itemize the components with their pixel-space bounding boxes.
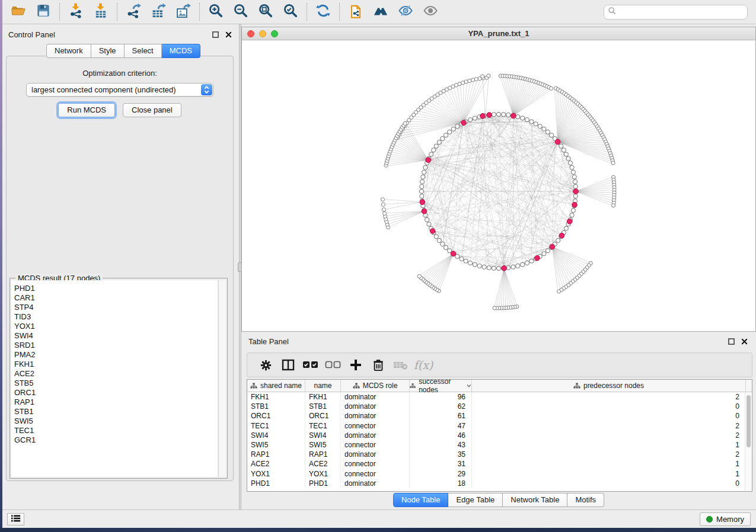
table-cell[interactable]: 0 (472, 402, 746, 411)
table-cell[interactable]: connector (341, 459, 410, 469)
tab-motifs[interactable]: Motifs (567, 493, 604, 507)
table-cell[interactable]: SWI5 (305, 440, 341, 450)
tab-node-table[interactable]: Node Table (393, 493, 449, 507)
add-column-button[interactable] (344, 356, 367, 374)
table-cell[interactable]: 0 (472, 479, 746, 488)
mcds-list-scrollbar[interactable] (218, 280, 226, 477)
table-cell[interactable]: dominator (341, 431, 410, 440)
delete-column-button[interactable] (367, 356, 390, 374)
table-cell[interactable]: 96 (410, 392, 472, 402)
network-canvas[interactable] (242, 40, 755, 331)
network-graph-svg[interactable] (242, 40, 755, 331)
save-session-button[interactable] (31, 2, 56, 22)
mcds-node[interactable] (426, 158, 431, 163)
memory-button[interactable]: Memory (700, 512, 751, 526)
search-network-button[interactable] (368, 2, 393, 22)
table-settings-button[interactable] (254, 356, 277, 374)
export-image-button[interactable] (171, 2, 196, 22)
column-header-MCDS-role[interactable]: MCDS role (341, 380, 410, 392)
table-cell[interactable]: connector (341, 421, 410, 431)
mcds-node[interactable] (555, 139, 560, 145)
table-cell[interactable]: 31 (410, 459, 472, 469)
table-cell[interactable]: SWI5 (247, 440, 305, 450)
table-row[interactable]: PHD1PHD1dominator180 (247, 479, 752, 488)
table-cell[interactable]: PHD1 (247, 479, 305, 488)
table-cell[interactable]: 43 (410, 440, 472, 450)
table-cell[interactable]: 35 (410, 450, 472, 459)
table-cell[interactable]: RAP1 (305, 450, 341, 459)
mcds-result-item[interactable]: ACE2 (11, 369, 218, 379)
mcds-result-item[interactable]: TID3 (11, 312, 218, 322)
table-cell[interactable]: ACE2 (247, 459, 305, 469)
table-cell[interactable]: connector (341, 440, 410, 450)
table-cell[interactable]: 1 (472, 459, 746, 469)
mcds-node[interactable] (451, 251, 456, 257)
import-network-button[interactable] (63, 2, 88, 22)
table-row[interactable]: ORC1ORC1dominator610 (247, 411, 752, 421)
mcds-result-item[interactable]: ORC1 (11, 388, 218, 398)
mcds-node[interactable] (502, 265, 507, 271)
zoom-fit-button[interactable] (253, 2, 278, 22)
table-cell[interactable]: 0 (472, 411, 746, 421)
table-cell[interactable]: 62 (410, 402, 472, 411)
table-cell[interactable]: ORC1 (305, 411, 341, 421)
table-scrollbar[interactable] (745, 393, 751, 491)
table-cell[interactable]: PHD1 (305, 479, 341, 488)
table-cell[interactable]: STB1 (305, 402, 341, 411)
table-cell[interactable]: YOX1 (247, 469, 305, 479)
network-window-titlebar[interactable]: YPA_prune.txt_1 (242, 27, 755, 40)
optimization-criterion-select[interactable]: largest connected component (undirected) (26, 83, 213, 97)
table-cell[interactable]: 2 (472, 421, 746, 431)
mcds-node[interactable] (487, 113, 492, 118)
network-from-table-button[interactable] (343, 2, 368, 22)
mcds-node[interactable] (572, 202, 578, 207)
table-cell[interactable]: SWI4 (305, 431, 341, 440)
tab-edge-table[interactable]: Edge Table (448, 493, 503, 507)
table-cell[interactable]: 18 (410, 479, 472, 488)
tab-mcds[interactable]: MCDS (162, 44, 200, 58)
close-table-panel-icon[interactable] (739, 337, 749, 345)
table-cell[interactable]: TEC1 (305, 421, 341, 431)
table-cell[interactable]: 1 (472, 469, 746, 479)
show-panels-menu-button[interactable] (7, 513, 24, 525)
mcds-result-item[interactable]: CAR1 (11, 293, 218, 303)
mcds-result-item[interactable]: GCR1 (11, 435, 218, 445)
table-row[interactable]: RAP1RAP1dominator352 (247, 450, 752, 459)
table-cell[interactable]: 47 (410, 421, 472, 431)
table-cell[interactable]: 1 (472, 440, 746, 450)
run-mcds-button[interactable]: Run MCDS (58, 103, 115, 117)
table-cell[interactable]: 29 (410, 469, 472, 479)
import-table-button[interactable] (88, 2, 113, 22)
table-row[interactable]: SWI4SWI4dominator462 (247, 431, 752, 440)
table-cell[interactable]: 2 (472, 392, 746, 402)
mcds-node[interactable] (461, 120, 467, 126)
table-cell[interactable]: ORC1 (247, 411, 305, 421)
table-cell[interactable]: dominator (341, 479, 410, 488)
network-search-input[interactable] (604, 5, 748, 20)
mcds-result-item[interactable]: FKH1 (11, 360, 218, 369)
table-cell[interactable]: dominator (341, 402, 410, 411)
table-cell[interactable]: RAP1 (247, 450, 305, 459)
mcds-result-item[interactable]: STP4 (11, 303, 218, 312)
mcds-node[interactable] (567, 219, 572, 225)
table-cell[interactable]: STB1 (247, 402, 305, 411)
tab-network[interactable]: Network (46, 44, 91, 58)
tab-network-table[interactable]: Network Table (503, 493, 567, 507)
mcds-node[interactable] (550, 244, 555, 249)
mcds-result-item[interactable]: RAP1 (11, 398, 218, 407)
select-all-button[interactable] (299, 356, 322, 374)
table-cell[interactable]: 2 (472, 450, 746, 459)
table-scrollbar-thumb[interactable] (747, 395, 751, 447)
table-cell[interactable]: connector (341, 469, 410, 479)
table-row[interactable]: FKH1FKH1dominator962 (247, 392, 752, 402)
show-details-button[interactable] (418, 2, 443, 22)
mcds-result-item[interactable]: SRD1 (11, 341, 218, 350)
table-cell[interactable]: 61 (410, 411, 472, 421)
mcds-result-item[interactable]: STB1 (11, 407, 218, 416)
mcds-node[interactable] (559, 233, 564, 238)
table-cell[interactable]: FKH1 (247, 392, 305, 402)
column-header-shared-name[interactable]: shared name (247, 380, 305, 392)
mcds-node[interactable] (420, 200, 425, 205)
tab-style[interactable]: Style (91, 44, 125, 58)
mcds-result-item[interactable]: SWI5 (11, 416, 218, 426)
